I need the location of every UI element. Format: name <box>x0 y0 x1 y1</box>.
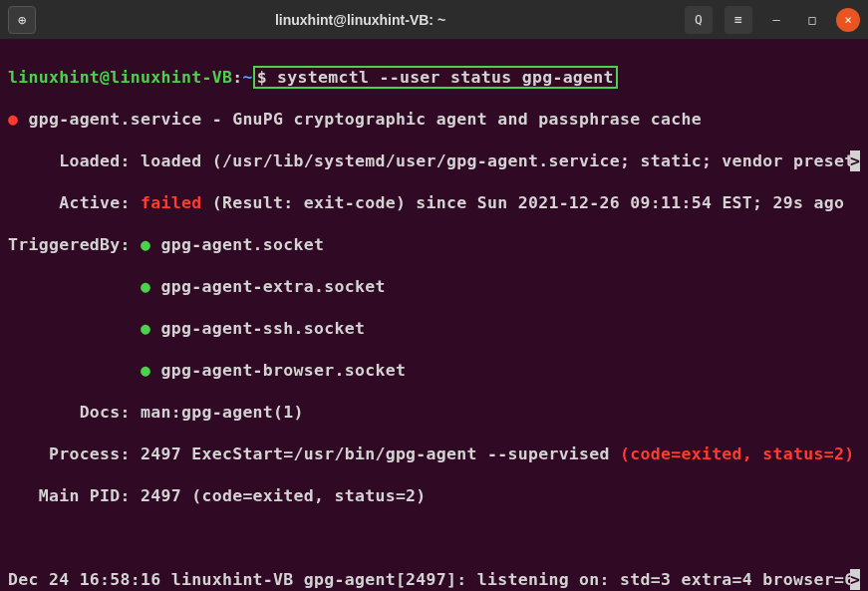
search-button[interactable]: Q <box>685 6 713 34</box>
hamburger-icon: ≡ <box>734 12 742 27</box>
blank-line <box>8 527 860 548</box>
trigger-2: gpg-agent-extra.socket <box>150 277 385 296</box>
maximize-icon: □ <box>808 13 815 27</box>
prompt-user: linuxhint@linuxhint-VB <box>8 68 232 87</box>
close-button[interactable]: × <box>836 8 860 32</box>
trigger-1: gpg-agent.socket <box>150 235 324 254</box>
process-code: (code=exited, status=2) <box>620 444 854 463</box>
trigger-3: gpg-agent-ssh.socket <box>150 319 365 338</box>
docs-line: Docs: man:gpg-agent(1) <box>8 402 860 423</box>
status-dot-green: ● <box>141 277 150 296</box>
menu-button[interactable]: ≡ <box>724 6 752 34</box>
main-pid-line: Main PID: 2497 (code=exited, status=2) <box>8 485 860 506</box>
status-dot-green: ● <box>141 361 150 380</box>
terminal-output[interactable]: linuxhint@linuxhint-VB:~$ systemctl --us… <box>0 40 868 591</box>
active-rest: (Result: exit-code) since Sun 2021-12-26… <box>201 193 844 212</box>
new-tab-button[interactable]: ⊕ <box>8 6 36 34</box>
trigger-line-1: TriggeredBy: ● gpg-agent.socket <box>8 234 860 255</box>
close-icon: × <box>844 13 851 27</box>
service-line: ● gpg-agent.service - GnuPG cryptographi… <box>8 109 860 130</box>
loaded-value: loaded (/usr/lib/systemd/user/gpg-agent.… <box>141 151 850 170</box>
overflow-indicator: > <box>850 150 860 171</box>
service-text: gpg-agent.service - GnuPG cryptographic … <box>18 110 702 129</box>
search-icon: Q <box>695 12 703 27</box>
active-label: Active: <box>8 193 141 212</box>
trigger-4: gpg-agent-browser.socket <box>150 361 406 380</box>
window-title: linuxhint@linuxhint-VB: ~ <box>36 12 685 28</box>
minimize-button[interactable]: — <box>764 8 788 32</box>
loaded-label: Loaded: <box>8 151 141 170</box>
trigger-line-3: ● gpg-agent-ssh.socket <box>8 318 860 339</box>
prompt-line: linuxhint@linuxhint-VB:~$ systemctl --us… <box>8 67 860 88</box>
process-label: Process: 2497 ExecStart=/usr/bin/gpg-age… <box>8 444 620 463</box>
minimize-icon: — <box>772 13 779 27</box>
prompt-colon: : <box>232 68 242 87</box>
log-line-1: Dec 24 16:58:16 linuxhint-VB gpg-agent[2… <box>8 569 860 590</box>
maximize-button[interactable]: □ <box>800 8 824 32</box>
status-dot-green: ● <box>141 235 150 254</box>
process-line: Process: 2497 ExecStart=/usr/bin/gpg-age… <box>8 443 860 464</box>
active-failed: failed <box>141 193 201 212</box>
trigger-label: TriggeredBy: <box>8 235 141 254</box>
active-line: Active: failed (Result: exit-code) since… <box>8 192 860 213</box>
prompt-path: ~ <box>242 68 252 87</box>
new-tab-icon: ⊕ <box>18 12 26 28</box>
status-dot-green: ● <box>141 319 150 338</box>
overflow-indicator: > <box>850 569 860 590</box>
titlebar-controls: Q ≡ — □ × <box>685 6 860 34</box>
trigger-line-2: ● gpg-agent-extra.socket <box>8 276 860 297</box>
status-dot-red: ● <box>8 110 18 129</box>
titlebar: ⊕ linuxhint@linuxhint-VB: ~ Q ≡ — □ × <box>0 0 868 40</box>
command-highlight: $ systemctl --user status gpg-agent <box>253 66 618 89</box>
loaded-line: Loaded: loaded (/usr/lib/systemd/user/gp… <box>8 150 860 171</box>
trigger-line-4: ● gpg-agent-browser.socket <box>8 360 860 381</box>
